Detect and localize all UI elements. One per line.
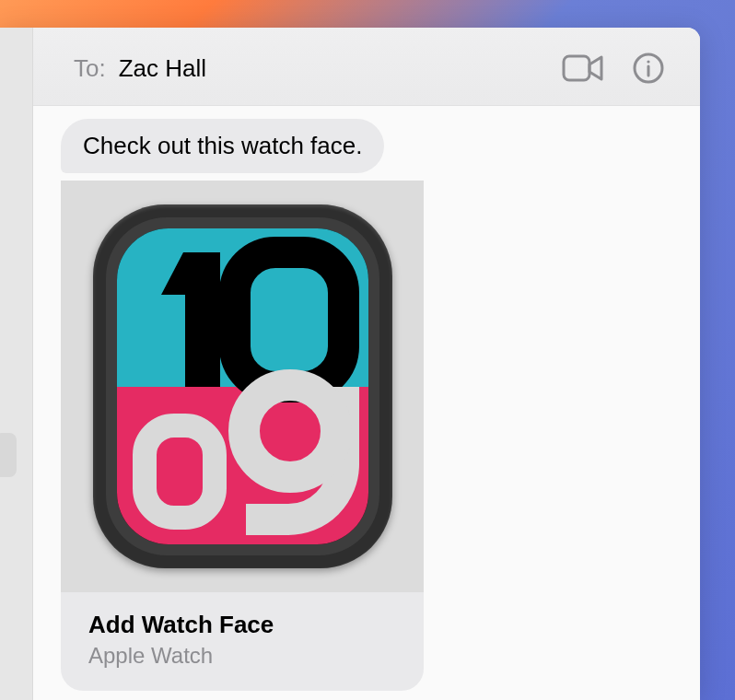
messages-window: To: Zac Hall: [0, 28, 700, 700]
conversation-list-sliver: [0, 28, 33, 700]
incoming-message-bubble[interactable]: Check out this watch face.: [61, 119, 384, 173]
recipient-name[interactable]: Zac Hall: [119, 54, 206, 83]
watch-face-attachment[interactable]: Add Watch Face Apple Watch: [61, 181, 424, 691]
attachment-title: Add Watch Face: [88, 611, 396, 639]
message-text: Check out this watch face.: [83, 132, 362, 159]
attachment-subtitle: Apple Watch: [88, 643, 396, 669]
svg-rect-0: [564, 56, 589, 80]
conversation-list-item-edge[interactable]: [0, 433, 17, 477]
info-icon[interactable]: [632, 52, 665, 85]
svg-rect-4: [145, 426, 215, 518]
watch-screen: [117, 228, 368, 544]
message-list[interactable]: Check out this watch face.: [33, 106, 700, 700]
to-label: To:: [74, 54, 106, 83]
video-call-icon[interactable]: [562, 52, 604, 84]
watch-face-preview: [61, 181, 424, 592]
watch-case: [93, 204, 392, 568]
watch-face-numerals: [117, 228, 368, 544]
svg-rect-3: [235, 252, 344, 387]
conversation-header: To: Zac Hall: [33, 28, 700, 106]
svg-point-5: [244, 385, 336, 477]
conversation-panel: To: Zac Hall: [33, 28, 700, 700]
svg-point-2: [647, 60, 649, 63]
